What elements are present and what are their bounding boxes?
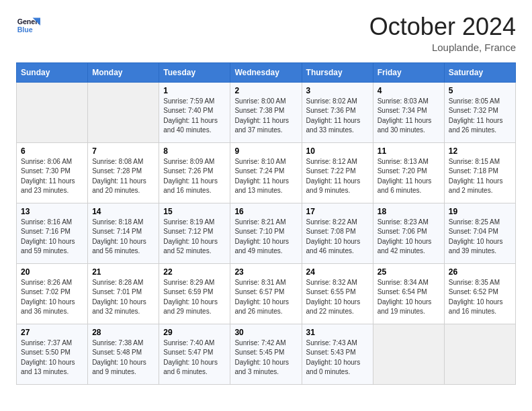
- cell-content: Sunrise: 8:18 AM Sunset: 7:14 PM Dayligh…: [92, 218, 154, 257]
- day-number: 27: [21, 328, 83, 337]
- cell-content: Sunrise: 8:19 AM Sunset: 7:12 PM Dayligh…: [163, 218, 226, 257]
- col-header-monday: Monday: [88, 62, 159, 82]
- day-number: 22: [163, 267, 226, 277]
- day-number: 12: [449, 146, 511, 156]
- cell-content: Sunrise: 8:09 AM Sunset: 7:26 PM Dayligh…: [163, 157, 226, 196]
- cell-content: Sunrise: 8:28 AM Sunset: 7:01 PM Dayligh…: [92, 278, 154, 317]
- calendar-cell: 12Sunrise: 8:15 AM Sunset: 7:18 PM Dayli…: [444, 142, 515, 203]
- week-row-4: 20Sunrise: 8:26 AM Sunset: 7:02 PM Dayli…: [17, 263, 516, 324]
- col-header-sunday: Sunday: [17, 62, 88, 82]
- col-header-tuesday: Tuesday: [159, 62, 230, 82]
- day-number: 7: [92, 146, 154, 156]
- calendar-cell: 23Sunrise: 8:31 AM Sunset: 6:57 PM Dayli…: [230, 263, 302, 324]
- month-title: October 2024: [369, 13, 516, 40]
- location: Louplande, France: [369, 42, 516, 53]
- cell-content: Sunrise: 8:16 AM Sunset: 7:16 PM Dayligh…: [21, 218, 83, 257]
- day-number: 5: [449, 86, 511, 95]
- calendar-cell: 10Sunrise: 8:12 AM Sunset: 7:22 PM Dayli…: [302, 142, 373, 203]
- day-number: 23: [234, 267, 297, 277]
- calendar-cell: 22Sunrise: 8:29 AM Sunset: 6:59 PM Dayli…: [159, 263, 230, 324]
- calendar-cell: [88, 82, 159, 142]
- day-number: 24: [306, 267, 369, 277]
- cell-content: Sunrise: 8:00 AM Sunset: 7:38 PM Dayligh…: [234, 97, 297, 136]
- cell-content: Sunrise: 8:10 AM Sunset: 7:24 PM Dayligh…: [234, 157, 297, 196]
- cell-content: Sunrise: 8:22 AM Sunset: 7:08 PM Dayligh…: [306, 218, 369, 257]
- week-row-3: 13Sunrise: 8:16 AM Sunset: 7:16 PM Dayli…: [17, 203, 516, 263]
- cell-content: Sunrise: 8:12 AM Sunset: 7:22 PM Dayligh…: [306, 157, 369, 196]
- title-area: October 2024 Louplande, France: [369, 13, 516, 53]
- day-number: 9: [234, 146, 297, 156]
- day-number: 19: [449, 207, 511, 216]
- day-number: 2: [234, 86, 297, 95]
- cell-content: Sunrise: 8:31 AM Sunset: 6:57 PM Dayligh…: [234, 278, 297, 317]
- calendar-cell: 29Sunrise: 7:40 AM Sunset: 5:47 PM Dayli…: [159, 324, 230, 384]
- calendar-cell: 28Sunrise: 7:38 AM Sunset: 5:48 PM Dayli…: [88, 324, 159, 384]
- cell-content: Sunrise: 7:42 AM Sunset: 5:45 PM Dayligh…: [234, 338, 297, 377]
- calendar-cell: 1Sunrise: 7:59 AM Sunset: 7:40 PM Daylig…: [159, 82, 230, 142]
- col-header-wednesday: Wednesday: [230, 62, 302, 82]
- day-number: 18: [378, 207, 440, 216]
- week-row-2: 6Sunrise: 8:06 AM Sunset: 7:30 PM Daylig…: [17, 142, 516, 203]
- col-header-friday: Friday: [373, 62, 444, 82]
- day-number: 30: [234, 328, 297, 337]
- calendar-cell: 25Sunrise: 8:34 AM Sunset: 6:54 PM Dayli…: [373, 263, 444, 324]
- week-row-5: 27Sunrise: 7:37 AM Sunset: 5:50 PM Dayli…: [17, 324, 516, 384]
- day-number: 6: [21, 146, 83, 156]
- calendar-cell: 17Sunrise: 8:22 AM Sunset: 7:08 PM Dayli…: [302, 203, 373, 263]
- calendar-cell: 11Sunrise: 8:13 AM Sunset: 7:20 PM Dayli…: [373, 142, 444, 203]
- cell-content: Sunrise: 8:08 AM Sunset: 7:28 PM Dayligh…: [92, 157, 154, 196]
- col-header-saturday: Saturday: [444, 62, 515, 82]
- calendar-cell: 21Sunrise: 8:28 AM Sunset: 7:01 PM Dayli…: [88, 263, 159, 324]
- cell-content: Sunrise: 8:23 AM Sunset: 7:06 PM Dayligh…: [378, 218, 440, 257]
- calendar-cell: 15Sunrise: 8:19 AM Sunset: 7:12 PM Dayli…: [159, 203, 230, 263]
- day-number: 11: [378, 146, 440, 156]
- day-number: 15: [163, 207, 226, 216]
- calendar-cell: 14Sunrise: 8:18 AM Sunset: 7:14 PM Dayli…: [88, 203, 159, 263]
- day-number: 26: [449, 267, 511, 277]
- cell-content: Sunrise: 8:26 AM Sunset: 7:02 PM Dayligh…: [21, 278, 83, 317]
- cell-content: Sunrise: 8:06 AM Sunset: 7:30 PM Dayligh…: [21, 157, 83, 196]
- cell-content: Sunrise: 8:32 AM Sunset: 6:55 PM Dayligh…: [306, 278, 369, 317]
- calendar-cell: 20Sunrise: 8:26 AM Sunset: 7:02 PM Dayli…: [17, 263, 88, 324]
- calendar-cell: 8Sunrise: 8:09 AM Sunset: 7:26 PM Daylig…: [159, 142, 230, 203]
- calendar-cell: 26Sunrise: 8:35 AM Sunset: 6:52 PM Dayli…: [444, 263, 515, 324]
- cell-content: Sunrise: 8:15 AM Sunset: 7:18 PM Dayligh…: [449, 157, 511, 196]
- calendar-cell: 7Sunrise: 8:08 AM Sunset: 7:28 PM Daylig…: [88, 142, 159, 203]
- logo: General Blue: [16, 13, 40, 38]
- cell-content: Sunrise: 8:13 AM Sunset: 7:20 PM Dayligh…: [378, 157, 440, 196]
- calendar-cell: [444, 324, 515, 384]
- day-number: 29: [163, 328, 226, 337]
- week-row-1: 1Sunrise: 7:59 AM Sunset: 7:40 PM Daylig…: [17, 82, 516, 142]
- cell-content: Sunrise: 8:34 AM Sunset: 6:54 PM Dayligh…: [378, 278, 440, 317]
- calendar-table: SundayMondayTuesdayWednesdayThursdayFrid…: [16, 62, 516, 385]
- cell-content: Sunrise: 7:40 AM Sunset: 5:47 PM Dayligh…: [163, 338, 226, 377]
- cell-content: Sunrise: 8:25 AM Sunset: 7:04 PM Dayligh…: [449, 218, 511, 257]
- cell-content: Sunrise: 7:59 AM Sunset: 7:40 PM Dayligh…: [163, 97, 226, 136]
- day-number: 8: [163, 146, 226, 156]
- calendar-cell: 2Sunrise: 8:00 AM Sunset: 7:38 PM Daylig…: [230, 82, 302, 142]
- day-number: 4: [378, 86, 440, 95]
- cell-content: Sunrise: 8:35 AM Sunset: 6:52 PM Dayligh…: [449, 278, 511, 317]
- header: General Blue October 2024 Louplande, Fra…: [16, 13, 516, 53]
- calendar-cell: 18Sunrise: 8:23 AM Sunset: 7:06 PM Dayli…: [373, 203, 444, 263]
- day-number: 14: [92, 207, 154, 216]
- day-number: 28: [92, 328, 154, 337]
- day-number: 17: [306, 207, 369, 216]
- day-number: 21: [92, 267, 154, 277]
- day-number: 31: [306, 328, 369, 337]
- logo-icon: General Blue: [16, 13, 40, 38]
- day-number: 25: [378, 267, 440, 277]
- calendar-cell: 13Sunrise: 8:16 AM Sunset: 7:16 PM Dayli…: [17, 203, 88, 263]
- calendar-cell: 5Sunrise: 8:05 AM Sunset: 7:32 PM Daylig…: [444, 82, 515, 142]
- day-number: 13: [21, 207, 83, 216]
- calendar-cell: 31Sunrise: 7:43 AM Sunset: 5:43 PM Dayli…: [302, 324, 373, 384]
- calendar-cell: 19Sunrise: 8:25 AM Sunset: 7:04 PM Dayli…: [444, 203, 515, 263]
- day-number: 10: [306, 146, 369, 156]
- day-number: 16: [234, 207, 297, 216]
- day-number: 20: [21, 267, 83, 277]
- calendar-cell: 9Sunrise: 8:10 AM Sunset: 7:24 PM Daylig…: [230, 142, 302, 203]
- cell-content: Sunrise: 7:43 AM Sunset: 5:43 PM Dayligh…: [306, 338, 369, 377]
- day-number: 1: [163, 86, 226, 95]
- cell-content: Sunrise: 8:02 AM Sunset: 7:36 PM Dayligh…: [306, 97, 369, 136]
- cell-content: Sunrise: 8:21 AM Sunset: 7:10 PM Dayligh…: [234, 218, 297, 257]
